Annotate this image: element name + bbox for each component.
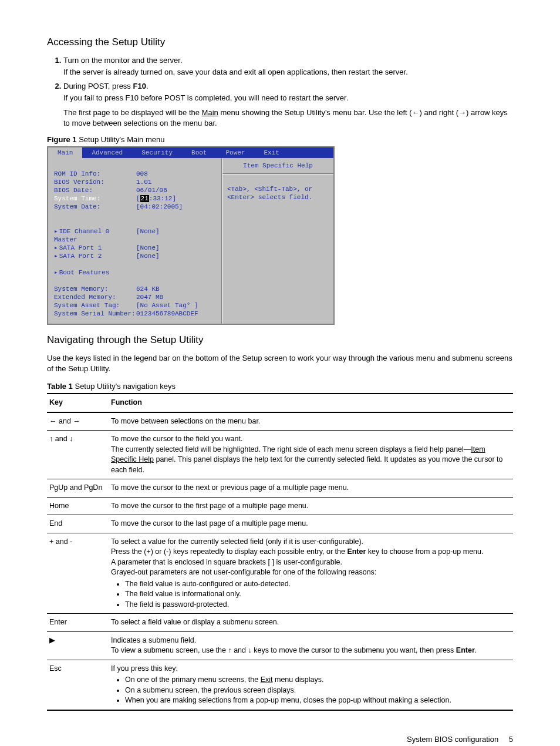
bios-tab-boot: Boot: [182, 147, 216, 158]
bios-body: ROM ID Info:008 BIOS Version: 1.01 BIOS …: [48, 158, 333, 324]
bios-tab-exit: Exit: [254, 147, 288, 158]
step-2-text: During POST, press F10.: [63, 81, 513, 92]
submenu-icon: ▸: [54, 244, 58, 251]
footer-section: System BIOS configuration: [407, 735, 498, 744]
heading-accessing: Accessing the Setup Utility: [47, 35, 513, 49]
bios-tab-security: Security: [132, 147, 182, 158]
bios-tab-advanced: Advanced: [82, 147, 132, 158]
table-row: End To move the cursor to the last page …: [47, 515, 513, 533]
th-key: Key: [47, 394, 109, 412]
submenu-icon: ▸: [54, 269, 58, 276]
bios-menu-bar: Main Advanced Security Boot Power Exit: [48, 147, 333, 158]
table-row: Home To move the cursor to the first pag…: [47, 497, 513, 515]
step-2-sub2: The first page to be displayed will be t…: [63, 107, 513, 129]
steps-list: Turn on the monitor and the server. If t…: [47, 55, 513, 129]
step-1: Turn on the monitor and the server. If t…: [63, 55, 513, 78]
nav-intro: Use the keys listed in the legend bar on…: [47, 353, 513, 374]
table-row: + and - To select a value for the curren…: [47, 533, 513, 614]
step-1-sub: If the server is already turned on, save…: [63, 67, 513, 78]
step-2: During POST, press F10. If you fail to p…: [63, 81, 513, 129]
th-function: Function: [109, 394, 513, 412]
table-row: Enter To select a field value or display…: [47, 614, 513, 632]
bios-screenshot: Main Advanced Security Boot Power Exit R…: [47, 146, 335, 325]
submenu-icon: ▸: [54, 253, 58, 260]
page-footer: System BIOS configuration 5: [47, 734, 513, 745]
page-number: 5: [509, 735, 513, 744]
figure-1-caption: Figure 1 Setup Utility's Main menu: [47, 135, 513, 145]
table-row: Esc If you press this key: On one of the…: [47, 660, 513, 710]
nav-keys-table: Key Function ← and → To move between sel…: [47, 393, 513, 711]
table-row: PgUp and PgDn To move the cursor to the …: [47, 479, 513, 498]
bios-tab-main: Main: [48, 147, 82, 158]
table-row: ↑ and ↓ To move the cursor to the field …: [47, 431, 513, 479]
bios-system-time-label: System Time:: [54, 194, 136, 203]
submenu-icon: ▸: [54, 228, 58, 235]
heading-navigating: Navigating through the Setup Utility: [47, 333, 513, 347]
table-row: ← and → To move between selections on th…: [47, 412, 513, 431]
table-row: ▶ Indicates a submenu field. To view a s…: [47, 631, 513, 660]
step-1-text: Turn on the monitor and the server.: [63, 55, 513, 66]
submenu-arrow-icon: ▶: [47, 631, 109, 660]
bios-help-body: <Tab>, <Shift-Tab>, or <Enter> selects f…: [222, 174, 333, 212]
bios-left-panel: ROM ID Info:008 BIOS Version: 1.01 BIOS …: [48, 158, 222, 324]
step-2-sub1: If you fail to press F10 before POST is …: [63, 93, 513, 103]
table-1-caption: Table 1 Setup Utility's navigation keys: [47, 381, 513, 392]
bios-help-panel: Item Specific Help <Tab>, <Shift-Tab>, o…: [222, 158, 333, 324]
bios-help-title: Item Specific Help: [222, 158, 333, 174]
bios-tab-power: Power: [216, 147, 254, 158]
